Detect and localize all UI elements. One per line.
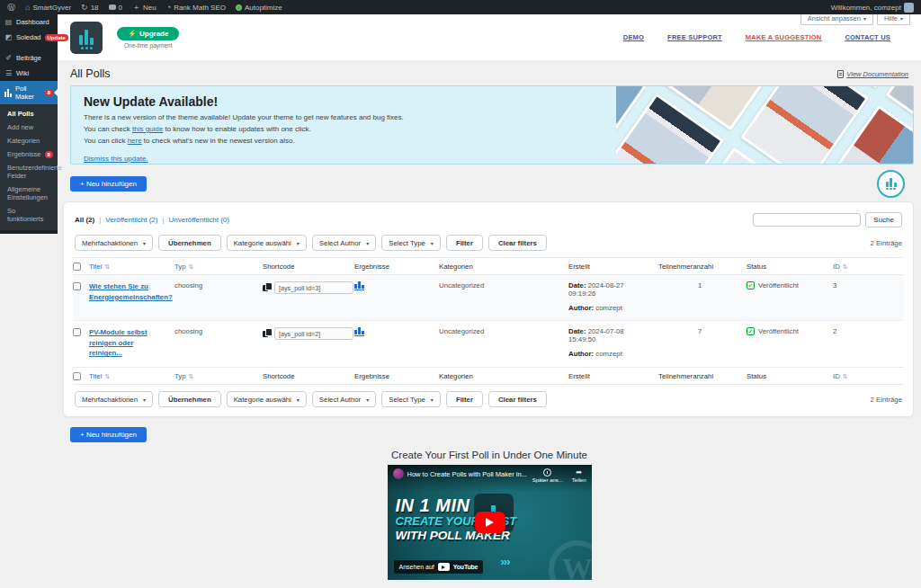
row-checkbox[interactable] <box>73 328 81 336</box>
gauge-icon: ◔ <box>166 4 171 12</box>
new-content-link[interactable]: ＋Neu <box>132 4 156 12</box>
play-button[interactable] <box>475 512 505 533</box>
type-select[interactable]: Select Type <box>381 235 441 251</box>
submenu-kategorien[interactable]: Kategorien <box>0 134 58 147</box>
column-ergebnisse: Ergebnisse <box>354 372 439 380</box>
search-button[interactable]: Suche <box>865 212 902 227</box>
watch-later-button[interactable]: Später ans... <box>532 468 563 483</box>
poll-maker-fab-button[interactable] <box>877 170 905 198</box>
type-select[interactable]: Select Type <box>381 391 441 407</box>
share-button[interactable]: ➦Teilen <box>572 468 586 483</box>
table-row: Wie stehen Sie zu Energiegemeinschaften?… <box>73 275 904 320</box>
bulk-actions-select[interactable]: Mehrfachaktionen <box>75 391 153 407</box>
help-button[interactable]: Hilfe <box>877 13 910 25</box>
autoptimize-link[interactable]: Autoptimize <box>236 4 282 12</box>
apply-button[interactable]: Übernehmen <box>158 235 221 251</box>
plus-icon: ＋ <box>132 4 140 12</box>
sidebar-item-poll-maker[interactable]: Poll Maker 8 <box>0 81 58 104</box>
poll-title-link[interactable]: PV-Module selbst reinigen oder reinigen.… <box>89 327 165 359</box>
watch-on-youtube-button[interactable]: Ansehen auf YouTube <box>394 560 484 574</box>
submenu-all-polls[interactable]: All Polls <box>0 107 58 120</box>
submenu-so-funktionierts[interactable]: So funktionierts <box>0 204 58 226</box>
column-titel[interactable]: Titel <box>89 372 174 380</box>
sort-icon <box>842 372 848 380</box>
wordpress-logo-icon[interactable]: Ⓦ <box>7 4 15 12</box>
upgrade-button[interactable]: ⚡Upgrade <box>117 27 179 40</box>
submenu-add-new[interactable]: Add new <box>0 120 58 134</box>
free-support-link[interactable]: FREE SUPPORT <box>667 33 722 41</box>
channel-avatar[interactable] <box>393 468 404 479</box>
column-id[interactable]: ID <box>833 372 904 380</box>
demo-link[interactable]: DEMO <box>623 33 644 41</box>
view-documentation-link[interactable]: View Documentation <box>837 70 908 78</box>
copy-shortcode-icon[interactable] <box>263 283 271 292</box>
select-all-checkbox[interactable] <box>73 263 81 271</box>
chevron-down-icon <box>431 239 434 247</box>
results-chart-icon[interactable] <box>354 281 364 290</box>
table-row: PV-Module selbst reinigen oder reinigen.… <box>73 320 904 367</box>
poll-id: 3 <box>833 281 904 290</box>
make-a-suggestion-link[interactable]: MAKE A SUGGESTION <box>746 33 822 41</box>
author-select[interactable]: Select Author <box>312 235 376 251</box>
comments-link[interactable]: 0 <box>109 4 122 12</box>
column-typ[interactable]: Typ <box>174 263 263 271</box>
row-checkbox[interactable] <box>73 282 81 290</box>
sidebar-item-dashboard[interactable]: ▤Dashboard <box>0 14 58 30</box>
youtube-video-embed[interactable]: How to Create Polls with Poll Maker in..… <box>388 465 592 580</box>
shortcode-input[interactable] <box>274 327 353 340</box>
dismiss-update-link[interactable]: Dismiss this update. <box>84 155 148 163</box>
here-link[interactable]: here <box>128 137 142 145</box>
rank-math-link[interactable]: ◔Rank Math SEO <box>166 4 226 12</box>
submenu-benutzerdefinierte-felder[interactable]: Benutzerdefinierte Felder <box>0 161 58 183</box>
main-content: Ansicht anpassen Hilfe ⚡Upgrade One-time… <box>58 14 921 588</box>
submenu-allgemeine-einstellungen[interactable]: Allgemeine Einstellungen <box>0 183 58 204</box>
add-new-button[interactable]: + Neu hinzufügen <box>70 176 147 192</box>
category-select[interactable]: Kategorie auswähl <box>227 235 307 251</box>
results-chart-icon[interactable] <box>354 327 364 336</box>
sidebar-item-soledad[interactable]: ◩SoledadUpdate <box>0 30 58 45</box>
author-select[interactable]: Select Author <box>312 391 376 407</box>
chevron-down-icon <box>861 14 866 22</box>
site-name-link[interactable]: ⌂SmartGyver <box>25 4 71 12</box>
apply-button[interactable]: Übernehmen <box>158 391 221 407</box>
copy-shortcode-icon[interactable] <box>263 329 271 338</box>
youtube-icon <box>438 563 450 571</box>
poll-maker-submenu: All Polls Add new Kategorien Ergebnisse8… <box>0 104 58 230</box>
view-veroeffentlicht[interactable]: Veröffentlicht (2) <box>105 216 157 224</box>
column-ergebnisse: Ergebnisse <box>354 263 439 271</box>
clear-filters-button[interactable]: Clear filters <box>488 391 547 407</box>
select-all-checkbox[interactable] <box>73 372 81 380</box>
column-typ[interactable]: Typ <box>174 372 263 380</box>
contact-us-link[interactable]: CONTACT US <box>845 33 890 41</box>
updates-link[interactable]: ↻18 <box>81 4 98 12</box>
poll-status: Veröffentlicht <box>758 281 799 290</box>
chevron-down-icon <box>297 239 300 247</box>
poll-bars-icon <box>886 178 897 187</box>
view-all[interactable]: All (2) <box>75 216 94 224</box>
submenu-ergebnisse[interactable]: Ergebnisse8 <box>0 147 58 161</box>
view-unveroeffentlicht[interactable]: Unveröffentlicht (0) <box>169 216 229 224</box>
poll-title-link[interactable]: Wie stehen Sie zu Energiegemeinschaften? <box>89 281 173 302</box>
autoptimize-icon <box>236 4 242 11</box>
this-guide-link[interactable]: this guide <box>132 125 163 133</box>
filter-button[interactable]: Filter <box>446 391 483 407</box>
filter-button[interactable]: Filter <box>446 235 483 251</box>
category-select[interactable]: Kategorie auswähl <box>227 391 307 407</box>
bulk-actions-select[interactable]: Mehrfachaktionen <box>75 235 153 251</box>
column-status: Status <box>747 263 833 271</box>
clear-filters-button[interactable]: Clear filters <box>488 235 547 251</box>
video-title[interactable]: How to Create Polls with Poll Maker in..… <box>407 470 529 478</box>
sidebar-item-beitraege[interactable]: ✐Beiträge <box>0 50 58 66</box>
sidebar-item-wiki[interactable]: ☰Wiki <box>0 66 58 81</box>
screen-options-button[interactable]: Ansicht anpassen <box>800 13 873 25</box>
column-id[interactable]: ID <box>833 263 904 271</box>
column-titel[interactable]: Titel <box>89 263 174 271</box>
poll-maker-logo <box>70 22 103 54</box>
column-shortcode: Shortcode <box>263 372 354 380</box>
column-kategorien: Kategorien <box>439 372 568 380</box>
search-input[interactable] <box>753 213 861 227</box>
add-new-button[interactable]: + Neu hinzufügen <box>70 427 147 442</box>
chevron-down-icon <box>143 239 146 247</box>
shortcode-input[interactable] <box>274 281 353 294</box>
account-menu[interactable]: Willkommen, comzept <box>831 3 914 13</box>
